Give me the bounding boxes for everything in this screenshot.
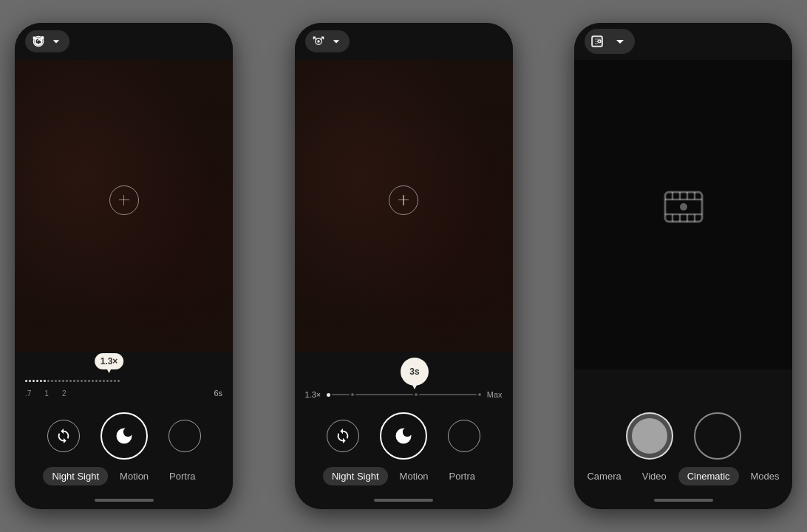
video-camera-icon xyxy=(590,33,608,50)
zoom-track xyxy=(25,380,222,382)
phone1-mode-tabs: Night Sight Motion Portra xyxy=(15,463,233,491)
tab-modes-3[interactable]: Modes xyxy=(742,467,789,485)
tab-night-sight-2[interactable]: Night Sight xyxy=(323,467,388,485)
zoom-label-07: .7 xyxy=(25,389,31,398)
home-indicator xyxy=(95,499,154,502)
exposure-area: 3s 1.3× Max xyxy=(295,352,513,406)
portrait-button-2[interactable] xyxy=(448,420,480,452)
zoom-label-2: 2 xyxy=(62,389,67,398)
zoom-label-6s: 6s xyxy=(214,389,222,398)
exposure-bubble[interactable]: 3s xyxy=(401,358,429,386)
tab-video-3[interactable]: Video xyxy=(633,467,675,485)
moon-icon xyxy=(114,426,134,446)
phone2-zoom-label: 1.3× xyxy=(305,390,321,399)
exposure-track xyxy=(327,393,481,397)
tab-night-sight-1[interactable]: Night Sight xyxy=(43,467,108,485)
phone2-bottom-controls: 3s 1.3× Max xyxy=(295,352,513,491)
moon-icon-2 xyxy=(393,426,414,446)
rotate-icon-2 xyxy=(335,428,351,444)
rotate-icon xyxy=(55,428,72,444)
rotate-button[interactable] xyxy=(47,420,80,452)
svg-point-16 xyxy=(680,203,687,211)
phone3-secondary-button[interactable] xyxy=(694,412,741,460)
home-indicator-3 xyxy=(654,499,713,502)
video-shutter-button[interactable] xyxy=(626,412,673,460)
chevron-down-icon xyxy=(49,34,64,49)
phone2-bottombar xyxy=(295,491,513,509)
home-indicator-2 xyxy=(374,499,433,502)
phone2-shutter-row xyxy=(295,406,513,463)
phone3-topbar xyxy=(574,23,792,60)
phone2-mode-tabs: Night Sight Motion Portra xyxy=(295,463,513,491)
phone3-viewfinder xyxy=(574,60,792,369)
phone1-bottombar xyxy=(15,491,233,509)
tab-motion-1[interactable]: Motion xyxy=(111,467,157,485)
phone-3: Camera Video Cinematic Modes xyxy=(574,23,792,509)
film-strip-icon xyxy=(661,185,706,229)
chevron-down-icon-2 xyxy=(329,34,344,49)
phone2-viewfinder xyxy=(295,60,513,352)
tab-portrait-1[interactable]: Portra xyxy=(160,467,204,485)
phone-1: 1.3× xyxy=(15,23,233,509)
video-placeholder-icon xyxy=(661,185,706,232)
phone1-shutter-row xyxy=(15,406,233,463)
svg-point-1 xyxy=(317,40,319,42)
camera-flip-icon-2 xyxy=(311,34,326,49)
phone-2: 3s 1.3× Max xyxy=(295,23,513,509)
phone2-topbar xyxy=(295,23,513,60)
max-label: Max xyxy=(487,390,503,399)
phone3-topbar-icon[interactable] xyxy=(585,29,635,54)
night-sight-shutter-2[interactable] xyxy=(380,412,427,460)
zoom-area: 1.3× xyxy=(15,352,233,406)
phone1-bottom-controls: 1.3× xyxy=(15,352,233,491)
phone3-mode-tabs: Camera Video Cinematic Modes xyxy=(574,463,792,491)
chevron-down-icon-3 xyxy=(611,33,629,50)
phone1-topbar xyxy=(15,23,233,60)
phone3-shutter-row xyxy=(574,406,792,463)
tab-portrait-2[interactable]: Portra xyxy=(440,467,484,485)
focus-crosshair-2 xyxy=(389,185,418,215)
zoom-bubble[interactable]: 1.3× xyxy=(95,353,124,369)
focus-crosshair xyxy=(109,185,139,215)
main-container: 1.3× xyxy=(0,0,807,532)
phone3-bottombar xyxy=(574,491,792,509)
tab-motion-2[interactable]: Motion xyxy=(391,467,437,485)
phone2-topbar-icon[interactable] xyxy=(305,30,350,52)
exposure-track-row: 1.3× Max xyxy=(305,390,503,403)
tab-cinematic-3[interactable]: Cinematic xyxy=(678,467,739,485)
rotate-button-2[interactable] xyxy=(327,420,359,452)
tab-camera-3[interactable]: Camera xyxy=(578,467,630,485)
portrait-button[interactable] xyxy=(168,420,201,452)
zoom-label-1: 1 xyxy=(44,389,49,398)
night-sight-shutter[interactable] xyxy=(101,412,148,460)
phone1-viewfinder xyxy=(15,60,233,352)
video-shutter-inner xyxy=(632,418,667,454)
camera-flip-icon xyxy=(31,34,46,49)
phone3-bottom-controls: Camera Video Cinematic Modes xyxy=(574,369,792,491)
phone1-topbar-icon[interactable] xyxy=(25,30,69,52)
